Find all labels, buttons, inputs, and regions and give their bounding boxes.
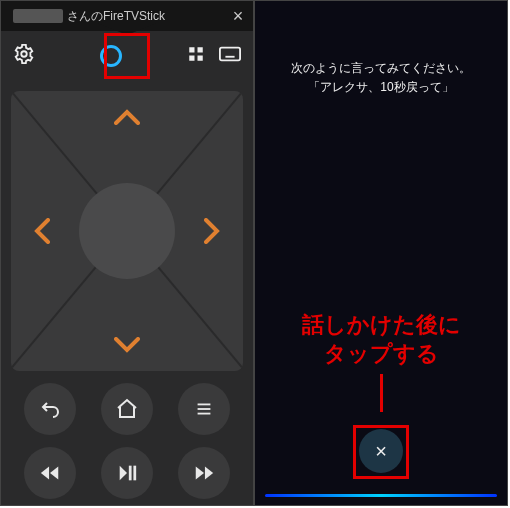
svg-rect-5 — [220, 48, 240, 61]
callout-line-1: 話しかけた後に — [255, 311, 507, 340]
svg-rect-20 — [133, 466, 136, 481]
callout-arrow-stem — [380, 374, 383, 412]
alexa-listening-screen: 次のように言ってみてください。 「アレクサ、10秒戻って」 話しかけた後に タッ… — [254, 0, 508, 506]
settings-button[interactable] — [13, 43, 35, 69]
prompt-line-1: 次のように言ってみてください。 — [255, 59, 507, 78]
svg-rect-4 — [198, 56, 203, 61]
annotation-highlight-close — [353, 425, 409, 479]
svg-marker-21 — [196, 467, 204, 480]
dpad-down[interactable] — [114, 337, 140, 353]
device-tab[interactable]: さんのFireTVStick — [1, 8, 223, 25]
dpad-select-button[interactable] — [79, 183, 175, 279]
redacted-name — [13, 9, 63, 23]
annotation-highlight-alexa — [104, 33, 150, 79]
rewind-button[interactable] — [24, 447, 76, 499]
listening-indicator-bar — [265, 494, 497, 497]
menu-button[interactable] — [178, 383, 230, 435]
prompt-line-2: 「アレクサ、10秒戻って」 — [255, 78, 507, 97]
svg-marker-18 — [120, 466, 127, 481]
home-button[interactable] — [101, 383, 153, 435]
svg-marker-17 — [50, 467, 58, 480]
forward-button[interactable] — [178, 447, 230, 499]
svg-rect-2 — [198, 47, 203, 52]
keyboard-button[interactable] — [219, 46, 241, 66]
directional-pad[interactable] — [11, 91, 243, 371]
dpad-right[interactable] — [204, 218, 220, 244]
control-row-1 — [1, 383, 253, 435]
remote-screen: さんのFireTVStick × — [0, 0, 254, 506]
svg-marker-16 — [40, 467, 48, 480]
back-button[interactable] — [24, 383, 76, 435]
svg-rect-1 — [189, 47, 194, 52]
annotation-callout: 話しかけた後に タップする — [255, 311, 507, 412]
play-pause-button[interactable] — [101, 447, 153, 499]
svg-marker-22 — [205, 467, 213, 480]
control-row-2 — [1, 447, 253, 499]
dpad-up[interactable] — [114, 109, 140, 125]
svg-point-0 — [21, 51, 27, 57]
apps-button[interactable] — [187, 45, 205, 67]
voice-prompt-text: 次のように言ってみてください。 「アレクサ、10秒戻って」 — [255, 1, 507, 97]
svg-rect-19 — [129, 466, 132, 481]
close-tab-button[interactable]: × — [223, 6, 253, 27]
svg-rect-3 — [189, 56, 194, 61]
device-title: さんのFireTVStick — [67, 8, 165, 25]
callout-line-2: タップする — [255, 340, 507, 369]
dpad-left[interactable] — [34, 218, 50, 244]
